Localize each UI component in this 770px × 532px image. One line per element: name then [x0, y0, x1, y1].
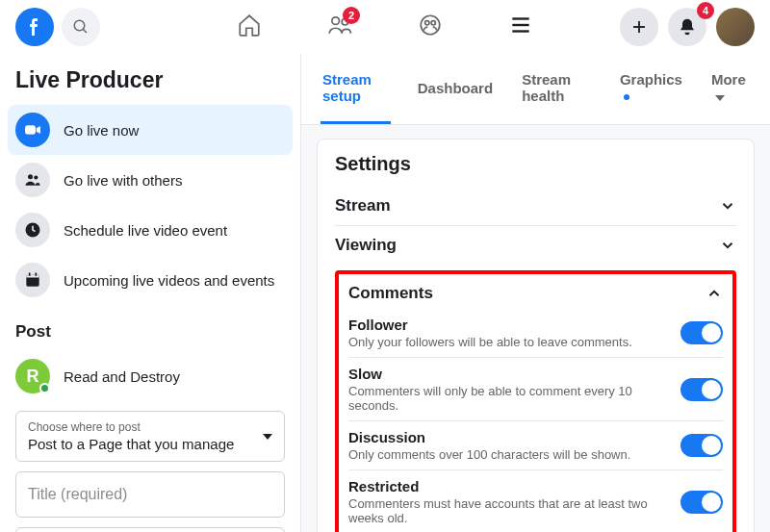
option-restricted: Restricted Commenters must have accounts… — [348, 470, 723, 532]
page-title: Live Producer — [8, 63, 293, 105]
description-input[interactable]: Say something about this live video... — [15, 527, 285, 532]
settings-card: Settings Stream Viewing Comments Followe… — [317, 139, 755, 532]
facebook-logo[interactable] — [15, 8, 54, 46]
svg-rect-17 — [26, 274, 38, 277]
sidebar-item-schedule[interactable]: Schedule live video event — [8, 205, 293, 255]
main: Live Producer Go live now Go live with o… — [0, 54, 770, 532]
account-selector[interactable]: R Read and Destroy — [8, 351, 293, 401]
toggle-restricted[interactable] — [680, 491, 723, 514]
title-input[interactable]: Title (required) — [15, 471, 285, 518]
tabs: Stream setup Dashboard Stream health Gra… — [301, 54, 770, 125]
select-label: Choose where to post — [28, 420, 234, 434]
select-value: Post to a Page that you manage — [28, 436, 234, 452]
friends-badge: 2 — [343, 7, 360, 24]
caret-down-icon — [715, 95, 725, 101]
people-icon — [15, 163, 50, 197]
title-placeholder: Title (required) — [28, 486, 127, 502]
svg-rect-12 — [26, 126, 36, 134]
create-button[interactable] — [620, 8, 658, 46]
notifications-badge: 4 — [697, 2, 714, 19]
svg-line-1 — [83, 29, 87, 33]
svg-point-4 — [421, 15, 440, 35]
comments-section-highlight: Comments Follower Only your followers wi… — [335, 270, 736, 532]
home-icon[interactable] — [237, 13, 262, 41]
sidebar-item-label: Go live now — [64, 122, 139, 139]
sidebar: Live Producer Go live now Go live with o… — [0, 54, 300, 532]
chevron-down-icon — [719, 237, 736, 254]
post-destination-select[interactable]: Choose where to post Post to a Page that… — [15, 411, 285, 462]
accordion-comments[interactable]: Comments — [348, 280, 723, 309]
search-button[interactable] — [62, 8, 100, 46]
online-dot-icon — [39, 383, 50, 393]
dot-icon — [624, 94, 629, 100]
sidebar-item-label: Schedule live video event — [64, 222, 227, 239]
menu-icon[interactable] — [508, 13, 533, 41]
sidebar-item-upcoming[interactable]: Upcoming live videos and events — [8, 255, 293, 305]
nav-center: 2 — [237, 13, 533, 41]
svg-point-0 — [74, 20, 85, 31]
post-heading: Post — [8, 305, 293, 351]
option-slow: Slow Commenters will only be able to com… — [348, 358, 723, 421]
svg-point-13 — [28, 174, 33, 179]
clock-icon — [15, 213, 50, 247]
caret-down-icon — [263, 434, 272, 440]
toggle-slow[interactable] — [680, 378, 723, 401]
camera-icon — [15, 113, 50, 147]
friends-icon[interactable]: 2 — [327, 13, 352, 41]
tab-more[interactable]: More — [709, 54, 751, 124]
chevron-down-icon — [719, 197, 736, 215]
tab-dashboard[interactable]: Dashboard — [416, 63, 495, 116]
svg-point-2 — [332, 17, 340, 25]
toggle-follower[interactable] — [680, 321, 723, 344]
calendar-icon — [15, 263, 50, 297]
settings-heading: Settings — [335, 153, 736, 175]
sidebar-item-go-live-now[interactable]: Go live now — [8, 105, 293, 155]
option-discussion: Discussion Only comments over 100 charac… — [348, 421, 723, 470]
groups-icon[interactable] — [418, 13, 443, 41]
content: Stream setup Dashboard Stream health Gra… — [300, 54, 770, 532]
svg-point-14 — [34, 175, 38, 179]
notifications-button[interactable]: 4 — [668, 8, 706, 46]
tab-stream-health[interactable]: Stream health — [520, 54, 593, 124]
accordion-stream[interactable]: Stream — [335, 187, 736, 226]
profile-avatar[interactable] — [716, 8, 755, 46]
toggle-discussion[interactable] — [680, 434, 723, 457]
account-avatar: R — [15, 359, 50, 393]
option-follower: Follower Only your followers will be abl… — [348, 309, 723, 358]
accordion-viewing[interactable]: Viewing — [335, 226, 736, 265]
sidebar-item-label: Upcoming live videos and events — [64, 272, 274, 289]
tab-stream-setup[interactable]: Stream setup — [321, 54, 391, 124]
sidebar-item-go-live-others[interactable]: Go live with others — [8, 155, 293, 205]
tab-graphics[interactable]: Graphics — [618, 54, 684, 124]
svg-point-5 — [425, 21, 429, 25]
chevron-up-icon — [706, 285, 723, 302]
account-name: Read and Destroy — [64, 368, 180, 385]
topbar-right: 4 — [620, 8, 755, 46]
top-bar: 2 4 — [0, 0, 770, 54]
svg-point-6 — [431, 21, 435, 25]
sidebar-item-label: Go live with others — [64, 172, 182, 189]
